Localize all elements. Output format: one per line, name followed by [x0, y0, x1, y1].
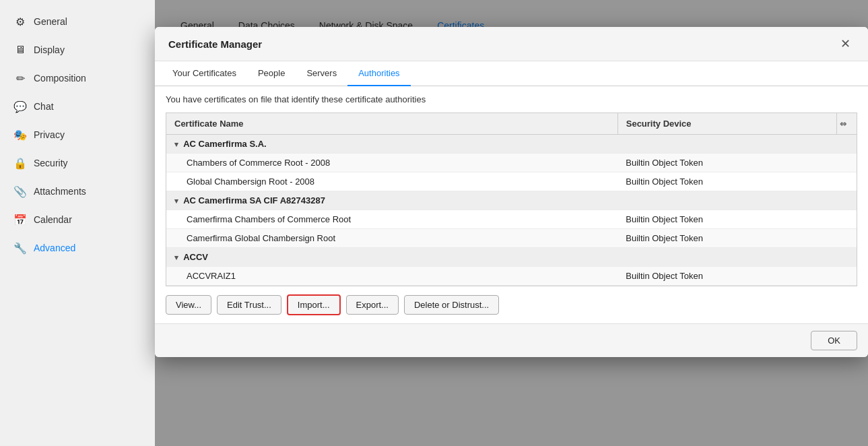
cert-name: Chambers of Commerce Root - 2008: [166, 154, 617, 172]
certificate-table-body: ▾ AC Camerfirma S.A. Chambers of Commerc…: [166, 135, 857, 286]
export-button[interactable]: Export...: [346, 295, 399, 315]
advanced-icon: 🔧: [13, 241, 27, 255]
cert-name: Camerfirma Chambers of Commerce Root: [166, 210, 617, 229]
gear-icon: ⚙: [13, 15, 27, 28]
main-content: General Data Choices Network & Disk Spac…: [155, 0, 868, 446]
sidebar-item-composition[interactable]: ✏ Composition: [3, 65, 152, 92]
group-name: ▾ ACCV: [166, 248, 857, 267]
dialog-description: You have certificates on file that ident…: [155, 86, 868, 113]
sidebar-item-privacy[interactable]: 🎭 Privacy: [3, 121, 152, 148]
table-row[interactable]: Camerfirma Global Chambersign Root Built…: [166, 229, 857, 248]
sidebar-item-label: Display: [34, 44, 65, 55]
cert-icon-col: [836, 229, 857, 248]
modal-overlay: Certificate Manager ✕ Your Certificates …: [155, 0, 868, 446]
dialog-close-button[interactable]: ✕: [836, 36, 855, 51]
dialog-tabs: Your Certificates People Servers Authori…: [155, 61, 868, 86]
dialog-title: Certificate Manager: [168, 38, 262, 50]
sidebar-item-label: Privacy: [34, 129, 65, 140]
sidebar-item-advanced[interactable]: 🔧 Advanced: [3, 234, 152, 261]
table-row[interactable]: Chambers of Commerce Root - 2008 Builtin…: [166, 154, 857, 172]
cert-icon-col: [836, 267, 857, 286]
delete-distrust-button[interactable]: Delete or Distrust...: [404, 295, 499, 315]
calendar-icon: 📅: [13, 213, 27, 226]
column-scroll-icon: ⇔: [840, 119, 846, 129]
table-header-row: Certificate Name Security Device ⇔: [166, 113, 857, 135]
certificate-manager-dialog: Certificate Manager ✕ Your Certificates …: [155, 27, 868, 357]
cert-device: Builtin Object Token: [617, 154, 836, 172]
display-icon: 🖥: [13, 43, 27, 57]
sidebar-item-label: Advanced: [34, 243, 75, 253]
chevron-down-icon: ▾: [174, 197, 178, 205]
sidebar-item-display[interactable]: 🖥 Display: [3, 36, 152, 63]
sidebar-item-general[interactable]: ⚙ General: [3, 8, 152, 35]
tab-people[interactable]: People: [247, 61, 296, 86]
dialog-footer: OK: [155, 323, 868, 357]
col-security-device: Security Device: [617, 113, 836, 135]
sidebar-item-attachments[interactable]: 📎 Attachments: [3, 178, 152, 205]
table-row[interactable]: Camerfirma Chambers of Commerce Root Bui…: [166, 210, 857, 229]
sidebar: ⚙ General 🖥 Display ✏ Composition 💬 Chat…: [0, 0, 155, 446]
view-button[interactable]: View...: [166, 295, 211, 315]
table-row[interactable]: ▾ ACCV: [166, 248, 857, 267]
cert-device: Builtin Object Token: [617, 229, 836, 248]
cert-device: Builtin Object Token: [617, 210, 836, 229]
col-certificate-name: Certificate Name: [166, 113, 617, 135]
dialog-actions: View... Edit Trust... Import... Export..…: [155, 286, 868, 323]
cert-name: Camerfirma Global Chambersign Root: [166, 229, 617, 248]
sidebar-item-label: Attachments: [34, 186, 86, 197]
sidebar-item-chat[interactable]: 💬 Chat: [3, 93, 152, 120]
certificate-table: Certificate Name Security Device ⇔ ▾: [166, 113, 857, 286]
tab-authorities[interactable]: Authorities: [347, 61, 410, 86]
table-row[interactable]: ▾ AC Camerfirma S.A.: [166, 135, 857, 154]
certificate-table-container[interactable]: Certificate Name Security Device ⇔ ▾: [166, 113, 857, 286]
cert-icon-col: [836, 154, 857, 172]
tab-your-certificates[interactable]: Your Certificates: [162, 61, 247, 86]
cert-icon-col: [836, 172, 857, 191]
col-scroll-icon: ⇔: [836, 113, 857, 135]
table-row[interactable]: Global Chambersign Root - 2008 Builtin O…: [166, 172, 857, 191]
composition-icon: ✏: [13, 71, 27, 85]
sidebar-item-label: Chat: [34, 101, 54, 112]
cert-icon-col: [836, 210, 857, 229]
import-button[interactable]: Import...: [287, 294, 341, 315]
edit-trust-button[interactable]: Edit Trust...: [217, 295, 281, 315]
cert-name: ACCVRAIZ1: [166, 267, 617, 286]
sidebar-item-label: General: [34, 16, 67, 27]
table-row[interactable]: ▾ AC Camerfirma SA CIF A82743287: [166, 191, 857, 210]
dialog-header: Certificate Manager ✕: [155, 27, 868, 61]
sidebar-item-label: Composition: [34, 73, 86, 84]
cert-device: Builtin Object Token: [617, 267, 836, 286]
sidebar-item-calendar[interactable]: 📅 Calendar: [3, 206, 152, 233]
attachments-icon: 📎: [13, 185, 27, 198]
chevron-down-icon: ▾: [174, 140, 178, 148]
sidebar-item-security[interactable]: 🔒 Security: [3, 150, 152, 177]
cert-device: Builtin Object Token: [617, 172, 836, 191]
security-icon: 🔒: [13, 156, 27, 170]
tab-servers[interactable]: Servers: [296, 61, 347, 86]
sidebar-item-label: Security: [34, 158, 68, 168]
table-row[interactable]: ACCVRAIZ1 Builtin Object Token: [166, 267, 857, 286]
ok-button[interactable]: OK: [811, 331, 857, 350]
chat-icon: 💬: [13, 100, 27, 113]
group-name: ▾ AC Camerfirma SA CIF A82743287: [166, 191, 857, 210]
chevron-down-icon: ▾: [174, 253, 178, 261]
cert-name: Global Chambersign Root - 2008: [166, 172, 617, 191]
privacy-icon: 🎭: [13, 128, 27, 141]
group-name: ▾ AC Camerfirma S.A.: [166, 135, 857, 154]
sidebar-item-label: Calendar: [34, 214, 72, 225]
